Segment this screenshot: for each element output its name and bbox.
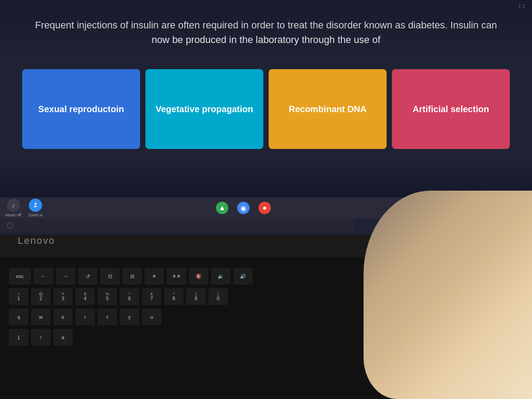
key-refresh[interactable]: ↺ [78, 268, 98, 285]
keyboard-area: esc ← → ↺ ⊡ ⊟ ☀ ☀☀ 🔇 🔉 🔊 !1 @2 #3 $4 %5 … [0, 257, 399, 399]
choice-vegetative[interactable]: Vegetative propagation [145, 69, 263, 149]
dock-circle [7, 222, 13, 228]
key-a[interactable]: a [53, 329, 73, 346]
choice-sexual-label: Sexual reproductoin [38, 103, 124, 115]
key-u[interactable]: u [142, 309, 161, 325]
taskbar-icon-meet2[interactable]: ● [258, 202, 271, 214]
taskbar-icon-chrome[interactable]: ◉ [237, 202, 250, 214]
key-q[interactable]: q [9, 309, 28, 325]
key-esc[interactable]: esc [9, 268, 31, 285]
choice-recombinant[interactable]: Recombinant DNA [269, 69, 387, 149]
music-app[interactable]: ♪ Music off [5, 199, 21, 217]
hand-area [364, 191, 532, 399]
music-label: Music off [5, 213, 21, 217]
choice-artificial-label: Artificial selection [413, 103, 489, 115]
keyboard-row-1: esc ← → ↺ ⊡ ⊟ ☀ ☀☀ 🔇 🔉 🔊 [0, 266, 399, 286]
choice-recombinant-label: Recombinant DNA [289, 103, 367, 115]
key-vol-down[interactable]: 🔉 [211, 268, 231, 285]
key-vol-up[interactable]: 🔊 [233, 268, 253, 285]
key-y[interactable]: y [120, 309, 139, 325]
choice-artificial[interactable]: Artificial selection [392, 69, 510, 149]
key-3[interactable]: #3 [53, 288, 73, 305]
key-overview[interactable]: ⊟ [122, 268, 142, 285]
question-area: Frequent injections of insulin are often… [0, 0, 532, 60]
key-1[interactable]: !1 [9, 288, 28, 305]
key-5[interactable]: %5 [98, 288, 117, 305]
key-w[interactable]: w [31, 309, 51, 325]
key-slash[interactable]: / [31, 329, 51, 346]
key-7[interactable]: &7 [142, 288, 161, 305]
key-4[interactable]: $4 [75, 288, 95, 305]
key-6[interactable]: ^6 [120, 288, 139, 305]
choices-grid: Sexual reproductoin Vegetative propagati… [0, 60, 532, 158]
zoom-app[interactable]: Z Zoom.io [28, 199, 43, 217]
zoom-label: Zoom.io [28, 213, 43, 217]
key-forward[interactable]: → [56, 268, 75, 285]
key-t[interactable]: t [98, 309, 117, 325]
key-9[interactable]: (9 [186, 288, 206, 305]
key-back[interactable]: ← [34, 268, 53, 285]
choice-sexual[interactable]: Sexual reproductoin [22, 69, 140, 149]
dock-area [0, 219, 355, 232]
key-8[interactable]: *8 [164, 288, 184, 305]
keyboard-row-3: q w e r t y u [0, 307, 399, 327]
keyboard-row-2: !1 @2 #3 $4 %5 ^6 &7 *8 (9 )0 [0, 286, 399, 307]
key-fullscreen[interactable]: ⊡ [100, 268, 120, 285]
question-text: Frequent injections of insulin are often… [27, 18, 505, 47]
key-2[interactable]: @2 [31, 288, 51, 305]
key-e[interactable]: e [53, 309, 73, 325]
key-r[interactable]: r [75, 309, 95, 325]
music-icon: ♪ [7, 199, 20, 212]
key-mute[interactable]: 🔇 [189, 268, 208, 285]
key-0[interactable]: )0 [208, 288, 228, 305]
lenovo-area: Lenovo [18, 235, 55, 246]
keyboard-row-4: 1 / a [0, 327, 399, 348]
corner-label: 1 2 [518, 4, 525, 9]
key-brightness-down[interactable]: ☀ [145, 268, 164, 285]
zoom-icon: Z [29, 199, 42, 212]
taskbar-icon-meet1[interactable]: ▲ [216, 202, 228, 214]
choice-vegetative-label: Vegetative propagation [156, 103, 253, 115]
taskbar-center: ▲ ◉ ● [50, 202, 437, 214]
key-1-sym[interactable]: 1 [9, 329, 28, 346]
key-brightness-up[interactable]: ☀☀ [167, 268, 186, 285]
lenovo-logo: Lenovo [18, 235, 55, 246]
